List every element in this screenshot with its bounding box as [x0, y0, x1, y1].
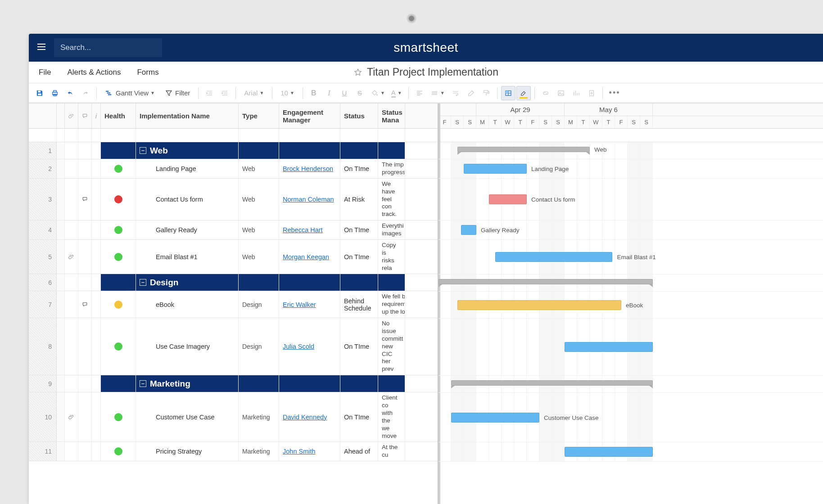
- task-row[interactable]: 2Landing PageWebBrock HendersonOn TImeTh…: [29, 159, 438, 179]
- search-box[interactable]: [54, 38, 162, 57]
- gantt-task-bar[interactable]: Customer Use Case: [451, 413, 539, 423]
- manager-cell[interactable]: Norman Coleman: [279, 179, 340, 220]
- link-button[interactable]: [538, 86, 553, 100]
- name-cell[interactable]: eBook: [136, 291, 239, 318]
- gantt-task-bar[interactable]: eBook: [457, 300, 621, 310]
- name-cell[interactable]: −Web: [136, 142, 239, 159]
- gantt-task-bar[interactable]: Landing Page: [464, 164, 527, 174]
- indent-button[interactable]: [217, 86, 232, 100]
- name-cell[interactable]: Landing Page: [136, 159, 239, 178]
- manager-link[interactable]: Rebecca Hart: [283, 226, 323, 234]
- font-color-button[interactable]: A▼: [389, 86, 405, 100]
- chart-button[interactable]: [569, 86, 583, 100]
- forms-menu[interactable]: Forms: [129, 68, 167, 77]
- attachment-cell[interactable]: [65, 392, 78, 441]
- clear-format-button[interactable]: [464, 86, 478, 100]
- manager-cell[interactable]: Morgan Keegan: [279, 240, 340, 274]
- gantt-task-bar[interactable]: [565, 342, 653, 352]
- alerts-menu[interactable]: Alerts & Actions: [59, 68, 129, 77]
- manager-link[interactable]: Norman Coleman: [283, 196, 334, 203]
- view-switcher[interactable]: Gantt View▼: [100, 86, 159, 100]
- col-attachment[interactable]: [65, 104, 78, 128]
- filter-button[interactable]: Filter: [160, 86, 194, 100]
- manager-cell[interactable]: [279, 375, 340, 392]
- col-comment[interactable]: [78, 104, 92, 128]
- section-row[interactable]: 6−Design: [29, 274, 438, 291]
- name-cell[interactable]: −Marketing: [136, 375, 239, 392]
- task-row[interactable]: 10Customer Use CaseMarketingDavid Kenned…: [29, 392, 438, 442]
- italic-button[interactable]: I: [322, 86, 336, 100]
- task-row[interactable]: 5Email Blast #1WebMorgan KeeganOn TImeCo…: [29, 240, 438, 274]
- underline-button[interactable]: U: [337, 86, 352, 100]
- highlight-changes-button[interactable]: [516, 86, 531, 100]
- section-row[interactable]: 1−Web: [29, 142, 438, 159]
- manager-cell[interactable]: David Kennedy: [279, 392, 340, 441]
- manager-link[interactable]: John Smith: [283, 448, 316, 455]
- name-cell[interactable]: Pricing Strategy: [136, 442, 239, 461]
- gantt-task-bar[interactable]: [565, 447, 653, 457]
- gantt-summary-bar[interactable]: [439, 279, 653, 284]
- conditional-format-button[interactable]: [501, 86, 516, 100]
- gantt-summary-bar[interactable]: Web: [457, 147, 590, 152]
- comment-cell[interactable]: [78, 291, 92, 318]
- manager-cell[interactable]: Brock Henderson: [279, 159, 340, 178]
- bold-button[interactable]: B: [307, 86, 321, 100]
- col-status-mgr[interactable]: Status Mana: [378, 104, 405, 128]
- col-status[interactable]: Status: [340, 104, 378, 128]
- font-size-select[interactable]: 10▼: [276, 86, 299, 100]
- gantt-task-bar[interactable]: Email Blast #1: [495, 252, 612, 262]
- task-row[interactable]: 11Pricing StrategyMarketingJohn SmithAhe…: [29, 442, 438, 461]
- manager-cell[interactable]: John Smith: [279, 442, 340, 461]
- manager-link[interactable]: Morgan Keegan: [283, 253, 329, 261]
- more-button[interactable]: •••: [606, 86, 623, 100]
- wrap-button[interactable]: [448, 86, 463, 100]
- name-cell[interactable]: Email Blast #1: [136, 240, 239, 274]
- manager-link[interactable]: David Kennedy: [283, 414, 327, 421]
- type-cell: Marketing: [239, 392, 279, 441]
- name-cell[interactable]: Gallery Ready: [136, 220, 239, 239]
- redo-button[interactable]: [78, 86, 93, 100]
- task-row[interactable]: 8Use Case ImageryDesignJulia ScoldOn TIm…: [29, 318, 438, 375]
- manager-cell[interactable]: [279, 274, 340, 291]
- format-painter-button[interactable]: [479, 86, 493, 100]
- task-row[interactable]: 4Gallery ReadyWebRebecca HartOn TImeEver…: [29, 220, 438, 240]
- manager-link[interactable]: Eric Walker: [283, 301, 316, 308]
- fill-color-button[interactable]: ▼: [368, 86, 388, 100]
- align-left-button[interactable]: [412, 86, 427, 100]
- name-cell[interactable]: −Design: [136, 274, 239, 291]
- save-button[interactable]: [32, 86, 47, 100]
- task-row[interactable]: 7eBookDesignEric WalkerBehind ScheduleWe…: [29, 291, 438, 318]
- manager-cell[interactable]: Eric Walker: [279, 291, 340, 318]
- manager-cell[interactable]: [279, 142, 340, 159]
- file-menu[interactable]: File: [29, 68, 59, 77]
- col-type[interactable]: Type: [239, 104, 279, 128]
- comment-cell[interactable]: [78, 179, 92, 220]
- gantt-task-bar[interactable]: Contact Us form: [489, 194, 527, 204]
- col-health[interactable]: Health: [101, 104, 136, 128]
- section-row[interactable]: 9−Marketing: [29, 375, 438, 392]
- outdent-button[interactable]: [202, 86, 217, 100]
- gantt-task-bar[interactable]: Gallery Ready: [461, 225, 476, 235]
- font-family-select[interactable]: Arial▼: [240, 86, 268, 100]
- manager-link[interactable]: Julia Scold: [283, 343, 314, 350]
- manager-link[interactable]: Brock Henderson: [283, 165, 333, 172]
- search-input[interactable]: [60, 43, 156, 52]
- star-icon[interactable]: [353, 68, 362, 77]
- col-name[interactable]: Implementation Name: [136, 104, 239, 128]
- gantt-summary-bar[interactable]: [451, 380, 653, 386]
- col-manager[interactable]: Engagement Manager: [279, 104, 340, 128]
- name-cell[interactable]: Customer Use Case: [136, 392, 239, 441]
- name-cell[interactable]: Use Case Imagery: [136, 318, 239, 375]
- align-vertical-button[interactable]: ▼: [428, 86, 448, 100]
- manager-cell[interactable]: Julia Scold: [279, 318, 340, 375]
- name-cell[interactable]: Contact Us form: [136, 179, 239, 220]
- task-row[interactable]: 3Contact Us formWebNorman ColemanAt Risk…: [29, 179, 438, 220]
- hamburger-menu-button[interactable]: [29, 41, 54, 54]
- print-button[interactable]: [48, 86, 62, 100]
- image-button[interactable]: [554, 86, 568, 100]
- attachment-cell[interactable]: [65, 240, 78, 274]
- strikethrough-button[interactable]: S: [353, 86, 367, 100]
- manager-cell[interactable]: Rebecca Hart: [279, 220, 340, 239]
- undo-button[interactable]: [63, 86, 77, 100]
- insert-button[interactable]: [584, 86, 599, 100]
